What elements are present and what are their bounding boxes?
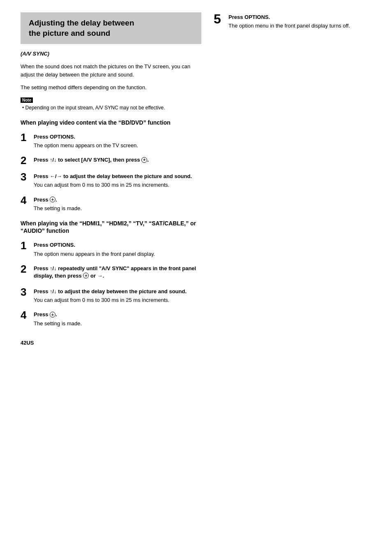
step-number-2-bd: 2: [21, 155, 30, 166]
two-column-layout: Adjusting the delay between the picture …: [21, 12, 371, 346]
section1: When playing video content via the “BD/D…: [21, 119, 201, 212]
title-box: Adjusting the delay between the picture …: [21, 12, 201, 44]
left-column: Adjusting the delay between the picture …: [21, 12, 201, 346]
step-desc-1-hdmi: The option menu appears in the front pan…: [34, 250, 201, 258]
step-number-1-hdmi: 1: [21, 240, 30, 251]
note-text: • Depending on the input stream, A/V SYN…: [21, 104, 201, 111]
step-action-2-bd: Press ↑/↓ to select [A/V SYNC], then pre…: [34, 156, 201, 164]
step-desc-4-hdmi: The setting is made.: [34, 320, 201, 327]
circle-plus-icon-4hdmi: +: [50, 312, 55, 317]
step-number-3-hdmi: 3: [21, 287, 30, 297]
step-4-hdmi: 4 Press +. The setting is made.: [21, 310, 201, 327]
page-container: Adjusting the delay between the picture …: [21, 12, 371, 346]
circle-plus-icon-2hdmi: +: [83, 273, 89, 278]
step-content-3-bd: Press ←/→ to adjust the delay between th…: [34, 171, 201, 189]
step-number-1-bd: 1: [21, 132, 30, 143]
step-number-5-right: 5: [214, 12, 224, 25]
step-2-bd: 2 Press ↑/↓ to select [A/V SYNC], then p…: [21, 155, 201, 166]
step-action-1-bd: Press OPTIONS.: [34, 133, 201, 141]
step-content-3-hdmi: Press ↑/↓ to adjust the delay between th…: [34, 287, 201, 304]
step-number-2-hdmi: 2: [21, 264, 30, 274]
step-desc-5-right: The option menu in the front panel displ…: [228, 22, 366, 30]
page-footer: 42US: [21, 340, 201, 346]
step-1-hdmi: 1 Press OPTIONS. The option menu appears…: [21, 240, 201, 257]
step-action-1-hdmi: Press OPTIONS.: [34, 241, 201, 249]
section2: When playing via the “HDMI1,” “HDMI2,” “…: [21, 220, 201, 327]
step-2-hdmi: 2 Press ↑/↓ repeatedly until "A/V SYNC" …: [21, 264, 201, 281]
step-content-1-hdmi: Press OPTIONS. The option menu appears i…: [34, 240, 201, 257]
note-label: Note: [21, 97, 33, 103]
page-title: Adjusting the delay between the picture …: [29, 18, 193, 38]
step-3-hdmi: 3 Press ↑/↓ to adjust the delay between …: [21, 287, 201, 304]
circle-plus-icon-4bd: +: [50, 197, 55, 202]
right-column: 5 Press OPTIONS. The option menu in the …: [214, 12, 366, 346]
step-action-4-hdmi: Press +.: [34, 311, 201, 318]
circle-plus-icon-2bd: +: [141, 157, 147, 163]
step-number-4-hdmi: 4: [21, 310, 30, 320]
intro-paragraph-1: When the sound does not match the pictur…: [21, 63, 201, 79]
step-action-3-bd: Press ←/→ to adjust the delay between th…: [34, 173, 201, 180]
note-box: Note • Depending on the input stream, A/…: [21, 97, 201, 111]
step-action-5-right: Press OPTIONS.: [228, 14, 366, 21]
step-action-2-hdmi: Press ↑/↓ repeatedly until "A/V SYNC" ap…: [34, 265, 201, 280]
section1-title: When playing video content via the “BD/D…: [21, 119, 201, 126]
step-content-2-hdmi: Press ↑/↓ repeatedly until "A/V SYNC" ap…: [34, 264, 201, 281]
step-5-right: 5 Press OPTIONS. The option menu in the …: [214, 12, 366, 30]
step-action-3-hdmi: Press ↑/↓ to adjust the delay between th…: [34, 288, 201, 295]
step-content-4-bd: Press +. The setting is made.: [34, 195, 201, 212]
step-number-4-bd: 4: [21, 195, 30, 206]
subtitle: (A/V SYNC): [21, 51, 201, 57]
step-content-5-right: Press OPTIONS. The option menu in the fr…: [228, 12, 366, 30]
step-4-bd: 4 Press +. The setting is made.: [21, 195, 201, 212]
step-number-3-bd: 3: [21, 171, 30, 182]
intro-paragraph-2: The setting method differs depending on …: [21, 83, 201, 92]
step-content-2-bd: Press ↑/↓ to select [A/V SYNC], then pre…: [34, 155, 201, 165]
step-desc-1-bd: The option menu appears on the TV screen…: [34, 142, 201, 149]
step-content-1-bd: Press OPTIONS. The option menu appears o…: [34, 132, 201, 149]
section2-title: When playing via the “HDMI1,” “HDMI2,” “…: [21, 220, 201, 234]
page-number: 42US: [21, 340, 34, 346]
step-1-bd: 1 Press OPTIONS. The option menu appears…: [21, 132, 201, 149]
step-desc-4-bd: The setting is made.: [34, 205, 201, 212]
step-desc-3-bd: You can adjust from 0 ms to 300 ms in 25…: [34, 181, 201, 189]
step-action-4-bd: Press +.: [34, 196, 201, 204]
step-desc-3-hdmi: You can adjust from 0 ms to 300 ms in 25…: [34, 297, 201, 304]
step-content-4-hdmi: Press +. The setting is made.: [34, 310, 201, 327]
step-3-bd: 3 Press ←/→ to adjust the delay between …: [21, 171, 201, 189]
